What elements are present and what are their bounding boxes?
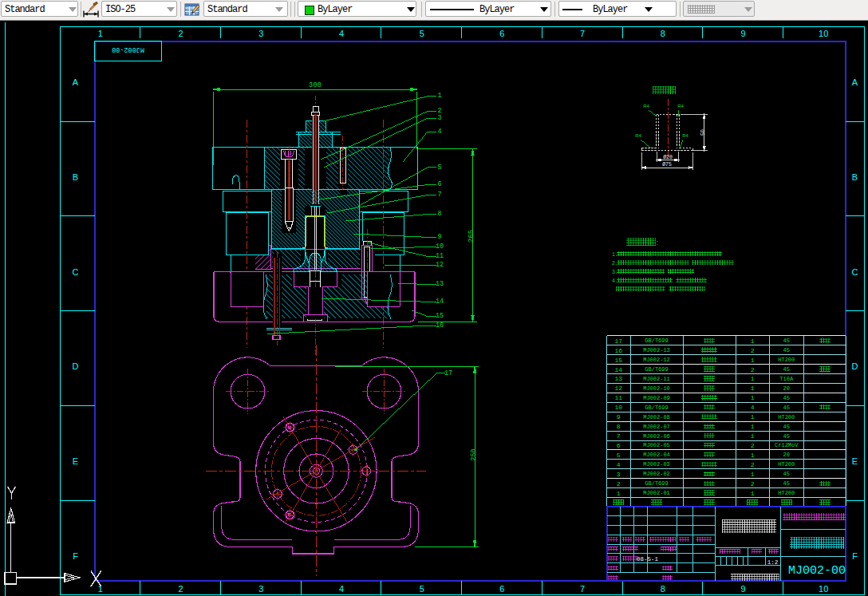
svg-text:250: 250: [470, 448, 478, 460]
svg-text:10: 10: [614, 404, 622, 411]
svg-text:C: C: [73, 267, 79, 277]
svg-text:T10A: T10A: [779, 376, 794, 382]
svg-text:6: 6: [499, 29, 504, 38]
svg-text:HT200: HT200: [778, 461, 795, 468]
svg-text:2: 2: [179, 584, 183, 594]
svg-text:MJ002-12: MJ002-12: [643, 357, 670, 363]
svg-text:MJ002-08: MJ002-08: [643, 414, 670, 420]
svg-text:B: B: [73, 172, 78, 182]
svg-text:MJ002-05: MJ002-05: [643, 442, 670, 448]
svg-text:3: 3: [258, 584, 263, 594]
svg-text:1: 1: [437, 92, 441, 100]
svg-text:8: 8: [617, 423, 621, 430]
svg-text:GB/T699: GB/T699: [645, 480, 668, 487]
svg-text:16: 16: [436, 322, 444, 330]
svg-text:MJ002-09: MJ002-09: [643, 395, 670, 401]
svg-text:Ø20: Ø20: [663, 154, 673, 160]
svg-text:11: 11: [436, 252, 444, 260]
svg-text:R4: R4: [682, 133, 688, 138]
svg-text:MJ002-11: MJ002-11: [643, 376, 670, 382]
svg-text:3: 3: [437, 114, 441, 122]
svg-text:08-5-1: 08-5-1: [637, 556, 659, 562]
svg-text:45: 45: [783, 471, 790, 477]
svg-text:D: D: [852, 361, 858, 371]
svg-text:14: 14: [614, 366, 622, 373]
svg-text:HT200: HT200: [778, 357, 795, 363]
svg-text:45: 45: [783, 366, 790, 373]
svg-text:1: 1: [751, 452, 755, 459]
svg-text:3: 3: [258, 29, 263, 38]
svg-text:1: 1: [751, 471, 755, 478]
svg-text:12: 12: [614, 385, 622, 392]
svg-text:2: 2: [751, 442, 755, 449]
svg-text:45: 45: [783, 433, 790, 440]
svg-text:7: 7: [617, 432, 621, 440]
svg-text:5: 5: [420, 29, 424, 38]
svg-text:12: 12: [436, 261, 444, 269]
svg-text:13: 13: [614, 375, 622, 382]
svg-text:2: 2: [617, 480, 621, 487]
svg-text:7: 7: [437, 191, 441, 199]
svg-text:1: 1: [751, 423, 755, 430]
svg-text:MJ002-10: MJ002-10: [643, 385, 670, 392]
svg-text:Ø75: Ø75: [662, 161, 672, 168]
svg-text:9: 9: [437, 233, 441, 241]
svg-text:F: F: [852, 551, 858, 561]
svg-text:1: 1: [751, 385, 755, 392]
svg-text:1: 1: [617, 490, 621, 497]
svg-text:4: 4: [751, 404, 755, 411]
svg-text:MJ002-00: MJ002-00: [112, 45, 144, 53]
svg-text:1: 1: [751, 413, 755, 420]
svg-text:4: 4: [437, 128, 441, 136]
svg-text:50: 50: [700, 129, 706, 136]
svg-text:2: 2: [751, 366, 755, 373]
svg-text:1: 1: [751, 490, 755, 497]
svg-text:C: C: [852, 267, 858, 277]
svg-text:5: 5: [420, 584, 424, 594]
svg-text:7: 7: [580, 584, 585, 594]
svg-text:10: 10: [819, 584, 828, 594]
svg-text:4: 4: [339, 29, 344, 38]
svg-text:15: 15: [614, 357, 622, 364]
svg-text:1: 1: [751, 432, 755, 440]
svg-text:2: 2: [751, 480, 755, 487]
svg-text:GB/T699: GB/T699: [645, 366, 668, 373]
svg-text:265: 265: [468, 230, 475, 243]
svg-text:45: 45: [783, 424, 790, 430]
svg-text:4: 4: [617, 461, 621, 468]
svg-text:1: 1: [751, 357, 755, 364]
svg-text:A: A: [852, 77, 858, 87]
svg-text:17: 17: [614, 337, 622, 345]
svg-text:9: 9: [740, 584, 745, 594]
svg-text:Cr12MoV: Cr12MoV: [775, 442, 799, 448]
svg-text:15: 15: [436, 312, 444, 320]
svg-text:1: 1: [98, 29, 103, 38]
svg-text:MJ002-01: MJ002-01: [643, 490, 670, 496]
svg-text:E: E: [73, 456, 78, 466]
svg-text:R4: R4: [677, 104, 684, 109]
svg-text:HT200: HT200: [778, 414, 795, 420]
svg-text:5: 5: [437, 164, 441, 172]
svg-text:20: 20: [783, 385, 790, 392]
svg-text:6: 6: [617, 442, 621, 449]
svg-text:1: 1: [751, 337, 755, 345]
svg-text:A: A: [73, 77, 79, 87]
svg-text:7: 7: [580, 29, 585, 38]
svg-text:6: 6: [437, 180, 441, 188]
svg-text:10: 10: [819, 29, 828, 38]
svg-text:9: 9: [617, 413, 621, 420]
svg-text:2: 2: [179, 29, 183, 38]
svg-text:5: 5: [617, 452, 621, 459]
svg-text:8: 8: [661, 29, 665, 38]
svg-text:MJ002-00: MJ002-00: [788, 564, 846, 578]
svg-text:16: 16: [614, 347, 622, 354]
svg-text:45: 45: [783, 395, 790, 401]
svg-text:6: 6: [499, 584, 504, 594]
svg-text:2: 2: [751, 347, 755, 354]
svg-text:E: E: [852, 456, 858, 466]
svg-text::: :: [657, 239, 659, 247]
svg-text:10: 10: [436, 243, 444, 251]
svg-text:MJ002-04: MJ002-04: [643, 452, 670, 458]
svg-text:1: 1: [751, 375, 755, 382]
svg-text:MJ002-13: MJ002-13: [643, 347, 670, 353]
